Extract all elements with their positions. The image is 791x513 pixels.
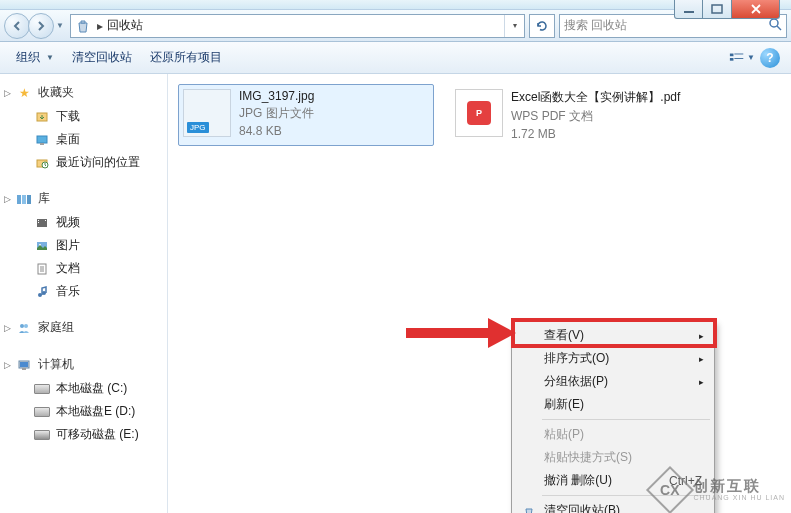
drive-icon <box>34 381 50 397</box>
svg-point-25 <box>24 324 28 328</box>
file-name: IMG_3197.jpg <box>239 89 314 103</box>
breadcrumb-location[interactable]: 回收站 <box>107 17 143 34</box>
sidebar-item-pictures[interactable]: 图片 <box>0 234 167 257</box>
svg-rect-8 <box>37 136 47 143</box>
navigation-bar: ▼ ▸ 回收站 ▾ 搜索 回收站 <box>0 9 791 42</box>
svg-rect-14 <box>27 195 31 204</box>
documents-icon <box>34 261 50 277</box>
ctx-paste: 粘贴(P) <box>514 423 712 446</box>
sidebar-item-drive-e[interactable]: 可移动磁盘 (E:) <box>0 423 167 446</box>
svg-rect-18 <box>45 220 46 221</box>
search-icon <box>768 17 782 34</box>
svg-rect-0 <box>684 11 694 13</box>
refresh-button[interactable] <box>529 14 555 38</box>
svg-rect-27 <box>20 362 28 367</box>
ctx-sort[interactable]: 排序方式(O)▸ <box>514 347 712 370</box>
svg-point-2 <box>770 19 778 27</box>
file-type: JPG 图片文件 <box>239 105 314 122</box>
watermark-en: CHUANG XIN HU LIAN <box>693 494 785 502</box>
star-icon: ★ <box>16 85 32 101</box>
file-size: 84.8 KB <box>239 124 314 138</box>
watermark-logo-icon: CX <box>646 466 694 513</box>
annotation-arrow-icon <box>406 318 516 348</box>
nav-history-dropdown[interactable]: ▼ <box>54 21 66 30</box>
address-dropdown[interactable]: ▾ <box>504 15 524 37</box>
svg-rect-29 <box>406 328 488 338</box>
breadcrumb-separator-icon: ▸ <box>93 19 107 33</box>
svg-rect-4 <box>734 53 743 54</box>
navigation-pane: ▷★收藏夹 下载 桌面 最近访问的位置 ▷库 视频 图片 文档 音乐 ▷家庭组 … <box>0 74 168 513</box>
file-name: Excel函数大全【实例讲解】.pdf <box>511 89 680 106</box>
recycle-bin-icon <box>520 502 538 514</box>
sidebar-item-drive-c[interactable]: 本地磁盘 (C:) <box>0 377 167 400</box>
file-type: WPS PDF 文档 <box>511 108 680 125</box>
ctx-separator <box>542 419 710 420</box>
organize-button[interactable]: 组织▼ <box>8 45 62 70</box>
forward-button[interactable] <box>28 13 54 39</box>
pictures-icon <box>34 238 50 254</box>
downloads-icon <box>34 109 50 125</box>
computer-icon <box>16 357 32 373</box>
libraries-group[interactable]: ▷库 <box>0 186 167 211</box>
file-item[interactable]: JPG IMG_3197.jpg JPG 图片文件 84.8 KB <box>178 84 434 146</box>
command-toolbar: 组织▼ 清空回收站 还原所有项目 ▼ ? <box>0 42 791 74</box>
close-button[interactable] <box>732 0 780 19</box>
libraries-icon <box>16 191 32 207</box>
watermark-cn: 创新互联 <box>693 478 785 495</box>
recent-icon <box>34 155 50 171</box>
file-item[interactable]: P Excel函数大全【实例讲解】.pdf WPS PDF 文档 1.72 MB <box>450 84 706 146</box>
minimize-button[interactable] <box>674 0 703 19</box>
file-size: 1.72 MB <box>511 127 680 141</box>
sidebar-item-recent[interactable]: 最近访问的位置 <box>0 151 167 174</box>
sidebar-item-music[interactable]: 音乐 <box>0 280 167 303</box>
svg-rect-6 <box>734 58 743 59</box>
restore-all-button[interactable]: 还原所有项目 <box>142 45 230 70</box>
recycle-bin-icon <box>73 16 93 36</box>
ctx-paste-shortcut: 粘贴快捷方式(S) <box>514 446 712 469</box>
computer-group[interactable]: ▷计算机 <box>0 352 167 377</box>
svg-rect-28 <box>22 368 26 370</box>
ctx-refresh[interactable]: 刷新(E) <box>514 393 712 416</box>
empty-recycle-bin-button[interactable]: 清空回收站 <box>64 45 140 70</box>
svg-rect-16 <box>38 220 39 221</box>
svg-rect-5 <box>730 58 734 61</box>
svg-point-24 <box>20 324 24 328</box>
sidebar-item-desktop[interactable]: 桌面 <box>0 128 167 151</box>
sidebar-item-documents[interactable]: 文档 <box>0 257 167 280</box>
window-controls <box>674 0 780 19</box>
search-placeholder: 搜索 回收站 <box>564 17 627 34</box>
address-bar[interactable]: ▸ 回收站 ▾ <box>70 14 525 38</box>
sidebar-item-videos[interactable]: 视频 <box>0 211 167 234</box>
svg-rect-13 <box>22 195 26 204</box>
sidebar-item-downloads[interactable]: 下载 <box>0 105 167 128</box>
svg-rect-1 <box>712 5 722 13</box>
jpg-thumbnail: JPG <box>183 89 231 137</box>
ctx-group[interactable]: 分组依据(P)▸ <box>514 370 712 393</box>
pdf-thumbnail: P <box>455 89 503 137</box>
removable-drive-icon <box>34 427 50 443</box>
svg-point-23 <box>42 291 46 295</box>
music-icon <box>34 284 50 300</box>
file-list-pane[interactable]: JPG IMG_3197.jpg JPG 图片文件 84.8 KB P Exce… <box>168 74 791 513</box>
titlebar <box>0 0 791 9</box>
desktop-icon <box>34 132 50 148</box>
sidebar-item-drive-d[interactable]: 本地磁盘E (D:) <box>0 400 167 423</box>
help-button[interactable]: ? <box>757 45 783 71</box>
homegroup-icon <box>16 320 32 336</box>
favorites-group[interactable]: ▷★收藏夹 <box>0 80 167 105</box>
ctx-view[interactable]: 查看(V)▸ <box>514 324 712 347</box>
view-options-button[interactable]: ▼ <box>729 45 755 71</box>
maximize-button[interactable] <box>703 0 732 19</box>
videos-icon <box>34 215 50 231</box>
svg-rect-12 <box>17 195 21 204</box>
main-area: ▷★收藏夹 下载 桌面 最近访问的位置 ▷库 视频 图片 文档 音乐 ▷家庭组 … <box>0 74 791 513</box>
back-button[interactable] <box>4 13 30 39</box>
watermark: CX 创新互联 CHUANG XIN HU LIAN <box>653 473 785 507</box>
svg-rect-17 <box>38 222 39 223</box>
homegroup-group[interactable]: ▷家庭组 <box>0 315 167 340</box>
drive-icon <box>34 404 50 420</box>
svg-rect-9 <box>40 143 44 145</box>
svg-rect-3 <box>730 53 734 56</box>
